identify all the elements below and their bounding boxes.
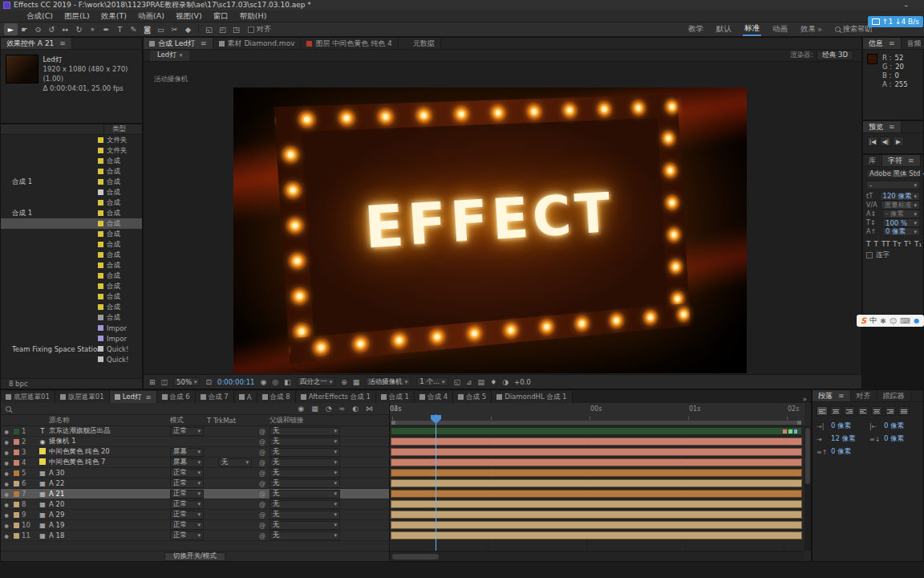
font-family-select[interactable]: Adobe 黑体 Std xyxy=(866,169,920,178)
character-panel-tab[interactable]: 字符 xyxy=(882,155,921,166)
layer-duration-bar[interactable] xyxy=(391,511,802,519)
layer-name[interactable]: A 19 xyxy=(49,521,164,529)
parent-select[interactable]: 无 xyxy=(270,469,340,478)
video-visibility-icon[interactable]: ● xyxy=(1,491,12,497)
info-panel-tab[interactable]: 信息 xyxy=(863,38,902,49)
workspace-button[interactable]: 标准 xyxy=(743,22,761,36)
timeline-tab[interactable]: 版层遮罩01 xyxy=(55,391,110,403)
layer-label-chip[interactable] xyxy=(12,429,22,434)
menu-item[interactable]: 帮助(H) xyxy=(234,11,273,22)
roi-icon[interactable]: ⊡ xyxy=(205,378,212,386)
parent-select[interactable]: 无 xyxy=(270,479,340,488)
text-tool[interactable]: T xyxy=(113,23,127,35)
workspace-button[interactable]: 动画 xyxy=(771,23,789,35)
work-area-bar[interactable] xyxy=(391,421,801,425)
layer-label-chip[interactable] xyxy=(12,533,22,539)
parent-pickwhip-icon[interactable]: @ xyxy=(255,532,270,539)
label-color-chip[interactable] xyxy=(98,336,103,341)
project-item-row[interactable]: 文件夹 xyxy=(1,145,142,156)
layer-duration-bar[interactable] xyxy=(391,490,802,498)
timeline-tab[interactable]: 合成 4 xyxy=(415,391,453,403)
viewer-tab[interactable]: 素材 Diamond.mov xyxy=(213,38,302,49)
play-button[interactable]: ▶ xyxy=(893,136,904,146)
align-right-icon[interactable] xyxy=(844,406,855,416)
parent-pickwhip-icon[interactable]: @ xyxy=(255,501,270,508)
parent-select[interactable]: 无 xyxy=(270,500,340,509)
type-style-toggle[interactable]: T xyxy=(874,240,879,248)
layer-name[interactable]: A 20 xyxy=(49,500,164,508)
blend-mode-select[interactable]: 正常 xyxy=(170,490,204,499)
hide-shy-icon[interactable]: ◔ xyxy=(326,405,332,413)
video-visibility-icon[interactable]: ● xyxy=(1,450,12,455)
label-color-chip[interactable] xyxy=(98,158,103,164)
video-visibility-icon[interactable]: ● xyxy=(1,439,12,445)
project-type-column[interactable]: 类型 xyxy=(103,124,142,134)
composition-viewport[interactable]: EFFECT xyxy=(233,88,747,373)
parent-pickwhip-icon[interactable]: @ xyxy=(255,522,270,529)
video-visibility-icon[interactable]: ● xyxy=(1,533,12,539)
viewer-tab[interactable]: 元数据 xyxy=(399,38,441,49)
label-color-chip[interactable] xyxy=(98,200,103,206)
parent-select[interactable]: 无 xyxy=(270,427,340,436)
ime-icon[interactable]: ● xyxy=(914,317,919,324)
label-color-chip[interactable] xyxy=(98,346,103,352)
layer-row[interactable]: ● 11 ▦ A 18 正常 @ 无 xyxy=(1,531,389,541)
project-item-row[interactable]: Team Fixing Space Station.mov Quick! xyxy=(1,344,142,354)
parent-pickwhip-icon[interactable]: @ xyxy=(255,470,270,477)
timeline-tab[interactable]: 合成 8 xyxy=(257,391,296,403)
parent-pickwhip-icon[interactable]: @ xyxy=(255,511,270,519)
menu-item[interactable]: 窗口 xyxy=(208,11,234,22)
layer-label-chip[interactable] xyxy=(12,470,22,476)
align-center-icon[interactable] xyxy=(830,406,841,416)
ime-icon[interactable]: ⌨ xyxy=(900,317,910,325)
layer-name[interactable]: A 29 xyxy=(49,511,164,519)
blend-mode-select[interactable]: 正常 xyxy=(170,500,204,509)
indent-value[interactable]: 12 像素 xyxy=(831,434,856,444)
type-style-toggle[interactable]: TT xyxy=(881,240,890,248)
info-panel-tab[interactable]: 音频 xyxy=(902,38,924,49)
time-ruler[interactable]: 00s01s02s03s04s xyxy=(390,403,804,426)
timeline-tab-overflow-icon[interactable]: » xyxy=(799,395,811,403)
view-layout-select[interactable]: 1 个... xyxy=(416,377,448,386)
layer-name[interactable]: A 30 xyxy=(49,469,164,477)
project-item-row[interactable]: 合成 xyxy=(1,229,142,239)
layer-duration-bar[interactable] xyxy=(391,469,802,477)
type-style-toggle[interactable]: T¹ xyxy=(904,240,911,248)
workspace-button[interactable]: 教学 xyxy=(687,23,705,35)
indent-value[interactable]: 0 像素 xyxy=(831,447,851,457)
clone-stamp-tool[interactable]: ◙ xyxy=(140,23,154,35)
parent-pickwhip-icon[interactable]: @ xyxy=(255,480,270,487)
hand-tool[interactable]: ☛ xyxy=(18,23,31,35)
target-region-icon[interactable]: ⊕ xyxy=(341,378,347,386)
puppet-pin-tool[interactable]: ◆ xyxy=(181,23,195,35)
layer-track-row[interactable] xyxy=(390,510,804,520)
layer-duration-bar[interactable] xyxy=(391,479,802,487)
layer-name[interactable]: 京东达潮旗舰店出品 xyxy=(49,426,164,436)
video-visibility-icon[interactable]: ● xyxy=(1,460,12,466)
project-item-row[interactable]: Impor xyxy=(1,333,142,344)
draft-3d-icon[interactable]: ▦ xyxy=(311,405,318,413)
layer-row[interactable]: ● 7 ▦ A 21 正常 @ 无 xyxy=(1,489,389,499)
project-item-row[interactable]: 合成 1 合成 xyxy=(1,177,142,187)
layer-track-row[interactable] xyxy=(390,447,804,458)
timeline-vertical-scrollbar[interactable] xyxy=(804,426,811,551)
brush-tool[interactable]: ✎ xyxy=(127,23,140,35)
label-color-chip[interactable] xyxy=(98,210,103,216)
blend-mode-select[interactable]: 正常 xyxy=(170,427,204,436)
mini-flowchart-icon[interactable]: ◫ xyxy=(161,378,168,386)
blend-mode-select[interactable]: 正常 xyxy=(170,479,204,488)
net-speed-widget[interactable]: ↑1 ↓4 B/s xyxy=(868,16,923,27)
project-item-row[interactable]: 合成 xyxy=(1,197,142,208)
video-visibility-icon[interactable]: ● xyxy=(1,502,12,507)
channels-icon[interactable]: ◧ xyxy=(284,378,291,386)
video-visibility-icon[interactable]: ● xyxy=(1,523,12,528)
project-item-row[interactable]: 合成 xyxy=(1,187,142,197)
parent-select[interactable]: 无 xyxy=(270,438,340,446)
project-item-row[interactable]: 合成 xyxy=(1,166,142,177)
viewer-tab[interactable]: 合成 Led灯 xyxy=(144,38,213,49)
project-item-row[interactable]: 合成 xyxy=(1,291,142,302)
timeline-tab[interactable]: AfterEffects 合成 1 xyxy=(296,391,376,403)
timeline-tab[interactable]: DiamondHL 合成 1 xyxy=(492,391,572,403)
roto-brush-tool[interactable]: ✂ xyxy=(168,23,181,35)
layer-label-chip[interactable] xyxy=(12,460,22,466)
